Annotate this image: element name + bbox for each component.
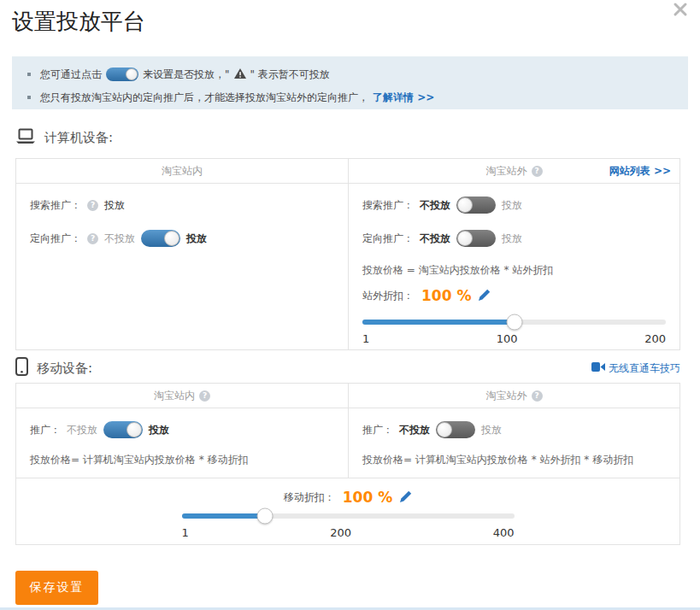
help-icon[interactable]: ? xyxy=(532,390,543,402)
slider-fill xyxy=(182,513,265,519)
offsite-discount-value: 100 % xyxy=(421,287,471,304)
off-label: 不投放 xyxy=(104,232,135,246)
computer-platform-table: 淘宝站内 淘宝站外 ? 网站列表 >> 搜索推广： ? 投放 定向推广： ? 不… xyxy=(15,158,680,350)
mobile-platform-table: 淘宝站内 ? 淘宝站外 ? 推广： 不投放 投放 投放价格= 计算机淘宝站内投放… xyxy=(15,383,680,545)
offsite-discount-slider[interactable] xyxy=(362,320,666,325)
target-promo-label: 定向推广： xyxy=(30,232,81,246)
offsite-slider-labels: 1 100 200 xyxy=(362,332,666,345)
toggle-knob[interactable] xyxy=(126,422,142,437)
mobile-onsite-promo-row: 推广： 不投放 投放 xyxy=(30,419,334,440)
toggle-example-icon xyxy=(106,67,138,81)
mobile-onsite-toggle[interactable] xyxy=(103,421,143,438)
offsite-discount-label: 站外折扣： xyxy=(362,289,414,303)
mobile-offsite-toggle[interactable] xyxy=(436,421,475,438)
on-label: 投放 xyxy=(186,232,207,246)
slider-knob[interactable] xyxy=(256,508,273,525)
mobile-discount-panel: 移动折扣： 100 % 1 200 400 xyxy=(16,478,679,546)
help-icon[interactable]: ? xyxy=(87,200,98,211)
toggle-knob[interactable] xyxy=(457,197,473,213)
phone-icon xyxy=(15,357,28,379)
computer-offsite-target-toggle[interactable] xyxy=(456,230,496,247)
off-label: 不投放 xyxy=(399,423,430,437)
off-label: 不投放 xyxy=(420,232,450,246)
mobile-section-title: 移动设备: xyxy=(37,361,92,377)
offsite-price-formula: 投放价格 = 淘宝站内投放价格 * 站外折扣 xyxy=(362,263,666,277)
on-label: 投放 xyxy=(502,232,522,246)
mobile-offsite-formula: 投放价格= 计算机淘宝站内投放价格 * 站外折扣 * 移动折扣 xyxy=(362,453,666,466)
slider-mid-label: 200 xyxy=(330,526,351,539)
edit-pencil-icon[interactable] xyxy=(479,289,491,303)
set-delivery-platform-dialog: 设置投放平台 您可通过点击 来设置是否投放，" " 表示暂不可投放 您只有投放淘… xyxy=(0,0,700,610)
on-label: 投放 xyxy=(149,423,169,437)
notice-box: 您可通过点击 来设置是否投放，" " 表示暂不可投放 您只有投放淘宝站内的定向推… xyxy=(12,56,688,109)
on-label: 投放 xyxy=(502,198,522,213)
mobile-slider-wrap: 1 200 400 xyxy=(182,513,515,539)
computer-onsite-target-row: 定向推广： ? 不投放 投放 xyxy=(30,228,334,249)
slider-mid-label: 100 xyxy=(497,332,518,345)
computer-offsite-search-toggle[interactable] xyxy=(456,196,496,214)
mobile-discount-value: 100 % xyxy=(343,489,392,506)
computer-offsite-search-row: 搜索推广： 不投放 投放 xyxy=(362,195,666,215)
website-list-link[interactable]: 网站列表 >> xyxy=(609,164,671,179)
toggle-knob[interactable] xyxy=(437,422,452,437)
mobile-onsite-formula: 投放价格= 计算机淘宝站内投放价格 * 移动折扣 xyxy=(30,453,334,466)
computer-onsite-search-row: 搜索推广： ? 投放 xyxy=(30,195,334,215)
computer-section-header: 计算机设备: xyxy=(15,128,680,148)
mobile-discount-label: 移动折扣： xyxy=(284,490,335,505)
offsite-discount-row: 站外折扣： 100 % xyxy=(362,284,666,307)
computer-offsite-cell: 搜索推广： 不投放 投放 定向推广： 不投放 投放 投放价格 = 淘宝站内投放价… xyxy=(348,184,679,350)
slider-knob[interactable] xyxy=(506,314,522,331)
laptop-icon xyxy=(15,128,36,148)
mobile-offsite-promo-row: 推广： 不投放 投放 xyxy=(362,419,666,440)
toggle-knob[interactable] xyxy=(164,231,179,246)
mobile-offsite-header: 淘宝站外 ? xyxy=(348,384,679,408)
mobile-discount-row: 移动折扣： 100 % xyxy=(284,486,412,508)
help-icon[interactable]: ? xyxy=(532,166,543,177)
mobile-onsite-cell: 推广： 不投放 投放 投放价格= 计算机淘宝站内投放价格 * 移动折扣 xyxy=(16,408,348,478)
computer-onsite-header: 淘宝站内 xyxy=(16,159,348,183)
mobile-slider-labels: 1 200 400 xyxy=(182,526,515,539)
computer-offsite-header: 淘宝站外 ? 网站列表 >> xyxy=(348,159,679,183)
notice-text: 来设置是否投放，" xyxy=(143,67,230,82)
bullet-icon xyxy=(27,73,31,76)
edit-pencil-icon[interactable] xyxy=(400,490,412,505)
bullet-icon xyxy=(27,96,31,99)
off-label: 不投放 xyxy=(67,423,97,437)
computer-section-title: 计算机设备: xyxy=(44,130,113,146)
help-icon[interactable]: ? xyxy=(199,390,210,402)
search-promo-state: 投放 xyxy=(104,198,125,213)
close-icon[interactable] xyxy=(673,2,690,19)
learn-more-link[interactable]: 了解详情 >> xyxy=(373,91,434,105)
computer-onsite-target-toggle[interactable] xyxy=(141,230,180,247)
slider-fill xyxy=(362,320,515,325)
help-icon[interactable]: ? xyxy=(87,233,98,244)
search-promo-label: 搜索推广： xyxy=(362,198,414,213)
mobile-onsite-header: 淘宝站内 ? xyxy=(16,384,348,408)
warning-icon xyxy=(234,68,246,81)
promo-label: 推广： xyxy=(362,423,393,437)
mobile-section-header: 移动设备: 无线直通车技巧 xyxy=(15,357,680,379)
off-label: 不投放 xyxy=(420,198,450,213)
notice-line-2: 您只有投放淘宝站内的定向推广后，才能选择投放淘宝站外的定向推广， 了解详情 >> xyxy=(27,89,673,106)
notice-text: 您可通过点击 xyxy=(40,67,102,82)
notice-text: " 表示暂不可投放 xyxy=(250,67,330,82)
promo-label: 推广： xyxy=(30,423,61,437)
wireless-tips-link[interactable]: 无线直通车技巧 xyxy=(591,361,680,376)
on-label: 投放 xyxy=(481,423,502,437)
slider-min-label: 1 xyxy=(362,332,369,345)
computer-offsite-target-row: 定向推广： 不投放 投放 xyxy=(362,228,666,249)
computer-onsite-cell: 搜索推广： ? 投放 定向推广： ? 不投放 投放 xyxy=(16,184,348,350)
slider-max-label: 200 xyxy=(644,332,666,345)
notice-text: 您只有投放淘宝站内的定向推广后，才能选择投放淘宝站外的定向推广， xyxy=(40,91,368,105)
target-promo-label: 定向推广： xyxy=(362,232,414,246)
notice-line-1: 您可通过点击 来设置是否投放，" " 表示暂不可投放 xyxy=(27,66,673,83)
slider-max-label: 400 xyxy=(493,526,515,539)
slider-min-label: 1 xyxy=(182,526,189,539)
toggle-knob[interactable] xyxy=(457,231,473,246)
mobile-offsite-cell: 推广： 不投放 投放 投放价格= 计算机淘宝站内投放价格 * 站外折扣 * 移动… xyxy=(348,408,679,478)
search-promo-label: 搜索推广： xyxy=(30,198,81,213)
video-camera-icon xyxy=(591,362,605,374)
mobile-discount-slider[interactable] xyxy=(182,513,515,519)
dialog-title: 设置投放平台 xyxy=(12,7,145,37)
save-settings-button[interactable]: 保存设置 xyxy=(15,571,98,605)
